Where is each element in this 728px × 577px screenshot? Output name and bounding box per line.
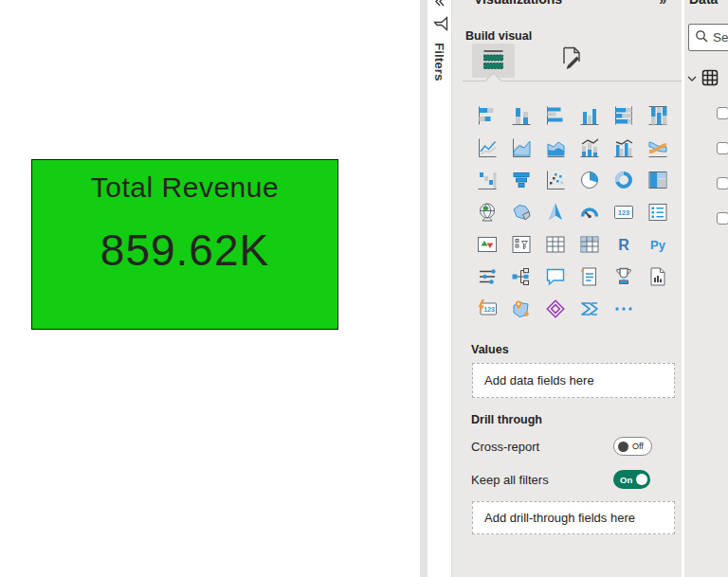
keep-all-filters-label: Keep all filters <box>471 473 549 487</box>
kpi-icon[interactable] <box>476 233 499 256</box>
smart-narrative-icon[interactable] <box>578 265 601 288</box>
toggle-knob <box>636 474 647 485</box>
filters-collapsed-pane[interactable]: Filters <box>428 0 452 577</box>
scatter-chart-icon[interactable] <box>544 169 567 191</box>
multi-row-card-icon[interactable] <box>646 201 669 224</box>
paginated-report-icon[interactable] <box>646 265 669 288</box>
search-icon <box>695 29 708 46</box>
build-visual-icon <box>481 47 506 75</box>
canvas-scrollbar[interactable] <box>420 0 428 577</box>
gauge-icon[interactable] <box>578 201 601 224</box>
q-and-a-icon[interactable] <box>544 265 567 288</box>
pie-chart-icon[interactable] <box>578 169 601 191</box>
table-icon <box>701 69 719 90</box>
new-card-icon[interactable]: 123 <box>476 298 499 320</box>
line-chart-icon[interactable] <box>476 136 499 159</box>
svg-text:Py: Py <box>650 238 666 252</box>
report-canvas[interactable]: Total Revenue 859.62K <box>0 0 420 577</box>
field-checkbox[interactable] <box>717 142 728 154</box>
filled-map-icon[interactable] <box>510 201 533 224</box>
ribbon-chart-icon[interactable] <box>646 136 669 159</box>
map-icon[interactable] <box>476 201 499 224</box>
matrix-icon[interactable] <box>578 233 601 256</box>
visualizations-pane: Visualizations » Build visual 123RPy123 … <box>452 0 682 577</box>
collapse-visualizations-button[interactable]: » <box>659 0 666 8</box>
r-script-visual-icon[interactable]: R <box>612 233 635 256</box>
waterfall-chart-icon[interactable] <box>476 169 499 191</box>
decomposition-tree-icon[interactable] <box>510 265 533 288</box>
clustered-column-chart-icon[interactable] <box>578 104 601 127</box>
values-drop-zone[interactable]: Add data fields here <box>472 363 675 398</box>
toggle-state-label: Off <box>632 442 644 451</box>
funnel-chart-icon[interactable] <box>510 169 533 191</box>
card-title: Total Revenue <box>91 171 279 204</box>
table-icon[interactable] <box>544 233 567 256</box>
svg-text:R: R <box>618 237 629 253</box>
chevron-down-icon[interactable] <box>686 71 698 88</box>
format-visual-icon <box>556 45 585 77</box>
hundred-percent-stacked-bar-chart-icon[interactable] <box>612 104 635 127</box>
data-search-box[interactable] <box>688 24 728 51</box>
cross-report-label: Cross-report <box>471 440 539 454</box>
line-and-clustered-column-chart-icon[interactable] <box>612 136 635 159</box>
area-chart-icon[interactable] <box>510 136 533 159</box>
donut-chart-icon[interactable] <box>612 169 635 191</box>
slicer-icon[interactable] <box>510 233 533 256</box>
svg-text:123: 123 <box>618 208 630 217</box>
clustered-bar-chart-icon[interactable] <box>544 104 567 127</box>
arcgis-map-icon[interactable] <box>510 298 533 320</box>
search-input[interactable] <box>713 30 728 45</box>
filter-funnel-icon <box>430 16 449 32</box>
format-visual-tab[interactable] <box>555 45 586 76</box>
toggle-state-label: On <box>620 475 632 485</box>
drill-through-heading: Drill through <box>471 413 542 426</box>
data-pane: Data <box>684 0 728 577</box>
card-icon[interactable]: 123 <box>612 201 635 224</box>
keep-all-filters-toggle[interactable]: On <box>613 470 650 489</box>
line-and-stacked-column-chart-icon[interactable] <box>578 136 601 159</box>
expand-filters-icon[interactable] <box>433 0 446 11</box>
hundred-percent-stacked-column-chart-icon[interactable] <box>646 104 669 127</box>
field-checkbox[interactable] <box>717 107 728 119</box>
data-table-row[interactable] <box>686 69 719 90</box>
stacked-area-chart-icon[interactable] <box>544 136 567 159</box>
new-slicer-icon[interactable] <box>476 265 499 288</box>
field-checkbox[interactable] <box>717 212 728 225</box>
visualizations-pane-title: Visualizations <box>474 0 562 7</box>
azure-map-icon[interactable] <box>544 201 567 224</box>
values-section-heading: Values <box>471 343 509 356</box>
power-apps-icon[interactable] <box>544 298 567 320</box>
filters-pane-label: Filters <box>432 43 446 81</box>
card-value: 859.62K <box>100 225 269 276</box>
python-visual-icon[interactable]: Py <box>646 233 669 256</box>
card-visual[interactable]: Total Revenue 859.62K <box>31 159 338 330</box>
power-automate-icon[interactable] <box>578 298 601 320</box>
field-checkbox[interactable] <box>717 177 728 189</box>
data-pane-title: Data <box>689 0 718 7</box>
stacked-column-chart-icon[interactable] <box>510 104 533 127</box>
viz-gallery: 123RPy123 <box>476 104 681 330</box>
build-visual-heading: Build visual <box>465 29 532 43</box>
toggle-knob <box>618 442 628 452</box>
cross-report-toggle[interactable]: Off <box>613 437 652 456</box>
treemap-icon[interactable] <box>646 169 669 191</box>
metrics-icon[interactable] <box>612 265 635 288</box>
drill-through-drop-zone[interactable]: Add drill-through fields here <box>472 501 675 534</box>
stacked-bar-chart-icon[interactable] <box>476 104 499 127</box>
svg-text:123: 123 <box>483 306 495 313</box>
more-options-icon[interactable] <box>612 298 635 320</box>
